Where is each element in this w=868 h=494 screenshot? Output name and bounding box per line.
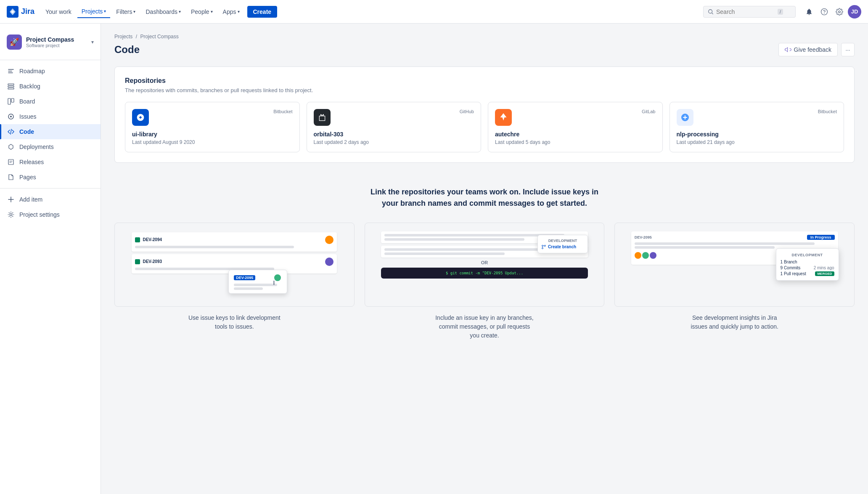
create-button[interactable]: Create — [247, 6, 278, 18]
repo-logo — [677, 109, 693, 126]
repo-card-orbital-303[interactable]: GitHub orbital-303 Last updated 2 days a… — [307, 102, 482, 152]
info-visual-insights: DEV-2095 In Progress — [614, 223, 855, 307]
gear-icon — [836, 8, 843, 16]
repo-source: GitHub — [460, 109, 474, 114]
repositories-subtitle: The repositories with commits, branches … — [125, 87, 844, 93]
repo-card-nlp-processing[interactable]: Bitbucket nlp-processing Last updated 21… — [670, 102, 844, 152]
info-item-3: DEV-2095 In Progress — [614, 223, 855, 340]
page-actions: Give feedback ··· — [778, 43, 855, 56]
top-navigation: Jira Your work Projects ▾ Filters ▾ Dash… — [0, 0, 868, 24]
repo-card-autechre[interactable]: GitLab autechre Last updated 5 days ago — [488, 102, 663, 152]
chevron-down-icon: ▾ — [179, 9, 181, 14]
user-avatar[interactable]: JD — [848, 5, 861, 19]
page-header: Code Give feedback ··· — [114, 43, 855, 56]
chevron-down-icon: ▾ — [133, 9, 135, 14]
nav-dashboards[interactable]: Dashboards ▾ — [141, 6, 185, 18]
app-layout: 🚀 Project Compass Software project ▾ Roa… — [0, 24, 868, 494]
main-content: Projects / Project Compass Code Give fee… — [101, 24, 868, 494]
project-name: Project Compass — [26, 36, 74, 43]
pages-icon — [7, 173, 15, 181]
svg-point-12 — [10, 214, 12, 216]
backlog-icon — [7, 82, 15, 90]
page-title: Code — [114, 44, 140, 56]
sidebar-item-project-settings[interactable]: Project settings — [0, 207, 101, 222]
info-item-1: DEV-2094 DEV-2093 — [114, 223, 355, 340]
nav-people[interactable]: People ▾ — [187, 6, 217, 18]
repo-name: ui-library — [132, 131, 293, 138]
breadcrumb: Projects / Project Compass — [114, 34, 855, 40]
add-icon — [7, 195, 15, 204]
give-feedback-button[interactable]: Give feedback — [778, 43, 838, 56]
sidebar-item-board[interactable]: Board — [0, 94, 101, 109]
info-title: Link the repositories your teams work on… — [114, 186, 855, 209]
sidebar: 🚀 Project Compass Software project ▾ Roa… — [0, 24, 101, 494]
info-text-1: Use issue keys to link development tools… — [184, 313, 285, 331]
sidebar-divider-2 — [0, 188, 101, 189]
svg-rect-8 — [11, 98, 14, 102]
jira-logo[interactable]: Jira — [7, 6, 34, 18]
issues-icon — [7, 112, 15, 121]
bell-icon — [805, 8, 813, 16]
notifications-button[interactable] — [802, 5, 816, 19]
nav-icons: JD — [802, 5, 861, 19]
nav-your-work[interactable]: Your work — [41, 6, 76, 18]
repo-source: Bitbucket — [273, 109, 292, 114]
sidebar-item-code[interactable]: Code — [0, 124, 101, 139]
project-switcher[interactable]: 🚀 Project Compass Software project ▾ — [0, 30, 101, 56]
repositories-grid: Bitbucket ui-library Last updated August… — [125, 102, 844, 152]
project-type: Software project — [26, 43, 74, 48]
search-shortcut: / — [778, 9, 783, 15]
repo-updated: Last updated 2 days ago — [314, 139, 474, 145]
search-icon — [708, 9, 714, 15]
chevron-down-icon: ▾ — [211, 9, 213, 14]
info-visual-issues: DEV-2094 DEV-2093 — [114, 223, 355, 307]
nav-apps[interactable]: Apps ▾ — [219, 6, 244, 18]
svg-rect-4 — [8, 84, 14, 85]
repo-card-ui-library[interactable]: Bitbucket ui-library Last updated August… — [125, 102, 300, 152]
repo-source: GitLab — [642, 109, 655, 114]
breadcrumb-separator: / — [136, 34, 139, 40]
svg-point-14 — [542, 245, 543, 246]
deployments-icon — [7, 143, 15, 151]
settings-button[interactable] — [833, 5, 846, 19]
svg-rect-5 — [8, 86, 14, 87]
svg-rect-7 — [8, 98, 11, 104]
help-icon — [820, 8, 828, 16]
roadmap-icon — [7, 67, 15, 75]
nav-links: Your work Projects ▾ Filters ▾ Dashboard… — [41, 5, 277, 18]
breadcrumb-project-compass[interactable]: Project Compass — [140, 34, 178, 40]
search-bar[interactable]: / — [703, 6, 796, 18]
sidebar-item-add-item[interactable]: Add item — [0, 192, 101, 207]
bitbucket-icon — [132, 109, 149, 126]
settings-icon — [7, 210, 15, 219]
svg-point-10 — [10, 116, 12, 117]
repo-updated: Last updated 21 days ago — [677, 139, 837, 145]
svg-point-16 — [542, 247, 543, 249]
chevron-down-icon: ▾ — [104, 9, 106, 13]
svg-rect-6 — [8, 88, 14, 89]
repo-updated: Last updated 5 days ago — [495, 139, 656, 145]
sidebar-item-backlog[interactable]: Backlog — [0, 79, 101, 94]
sidebar-divider — [0, 60, 101, 60]
repositories-title: Repositories — [125, 77, 844, 85]
megaphone-icon — [785, 46, 791, 53]
sidebar-item-deployments[interactable]: Deployments — [0, 139, 101, 154]
sidebar-item-roadmap[interactable]: Roadmap — [0, 64, 101, 79]
nav-filters[interactable]: Filters ▾ — [112, 6, 140, 18]
gitlab-icon — [495, 109, 512, 126]
project-icon: 🚀 — [7, 35, 22, 50]
search-input[interactable] — [716, 8, 775, 15]
sidebar-item-pages[interactable]: Pages — [0, 170, 101, 185]
repo-updated: Last updated August 9 2020 — [132, 139, 293, 145]
info-section: Link the repositories your teams work on… — [114, 176, 855, 350]
sidebar-item-releases[interactable]: Releases — [0, 154, 101, 170]
sidebar-item-issues[interactable]: Issues — [0, 109, 101, 124]
help-button[interactable] — [818, 5, 831, 19]
breadcrumb-projects[interactable]: Projects — [114, 34, 132, 40]
repo-name: autechre — [495, 131, 656, 138]
info-text-2: Include an issue key in any branches, co… — [434, 313, 535, 340]
more-options-button[interactable]: ··· — [841, 43, 855, 56]
code-icon — [7, 127, 15, 136]
nav-projects[interactable]: Projects ▾ — [77, 5, 111, 18]
svg-point-2 — [821, 8, 828, 15]
